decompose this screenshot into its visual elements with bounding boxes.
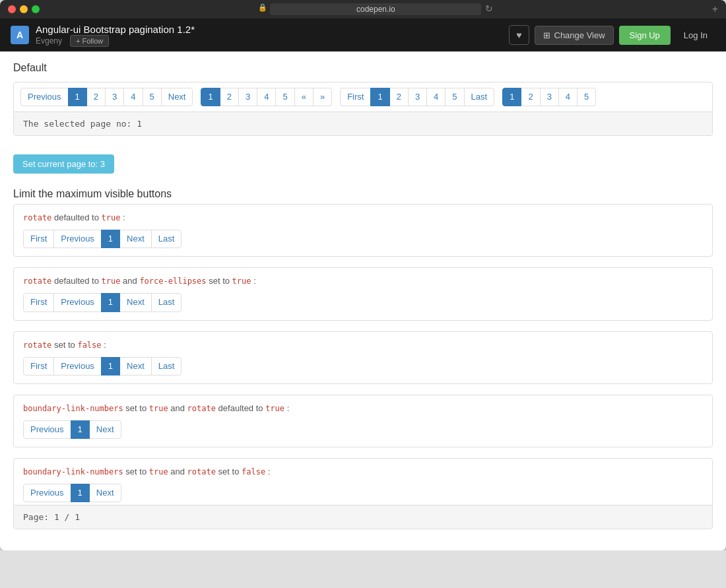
true-code-2a: true — [102, 277, 121, 286]
last-limit-2[interactable]: Last — [151, 293, 182, 311]
last-button-3[interactable]: Last — [464, 88, 495, 106]
brand-icon: A — [11, 26, 29, 44]
true-code-2b: true — [232, 277, 251, 286]
desc2-text: rotate defaulted to true and force-ellip… — [23, 276, 256, 286]
active-boundary-1[interactable]: 1 — [71, 420, 90, 439]
page-info: Page: 1 / 1 — [14, 505, 712, 529]
maximize-button[interactable] — [32, 5, 40, 13]
true-code-4: true — [149, 404, 168, 413]
page-3-btn-2[interactable]: 3 — [238, 88, 257, 106]
page-2-btn-3[interactable]: 2 — [389, 88, 409, 106]
ellipsis-prev-btn[interactable]: « — [294, 88, 314, 106]
prev-limit-2[interactable]: Previous — [53, 293, 102, 311]
page-4-btn-1[interactable]: 4 — [123, 88, 143, 106]
page-1-btn-2[interactable]: 1 — [201, 88, 220, 106]
new-tab-button[interactable]: + — [712, 3, 718, 15]
selected-page-info: The selected page no: 1 — [14, 112, 712, 135]
url-input[interactable] — [270, 3, 481, 15]
prev-limit-3[interactable]: Previous — [53, 357, 102, 376]
signup-button[interactable]: Sign Up — [619, 26, 671, 45]
page-2-btn-4[interactable]: 2 — [521, 88, 540, 106]
rotate-code-2: rotate — [23, 277, 51, 286]
desc4-set: set to — [125, 403, 148, 413]
true-code-1: true — [102, 213, 121, 222]
last-limit-1[interactable]: Last — [151, 230, 182, 248]
next-limit-2[interactable]: Next — [119, 293, 152, 311]
desc2-set: set to — [209, 276, 232, 286]
navbar-actions: ♥ ⊞ Change View Sign Up Log In — [509, 25, 715, 45]
heart-button[interactable]: ♥ — [509, 25, 529, 45]
set-page-button[interactable]: Set current page to: 3 — [13, 154, 114, 174]
login-button[interactable]: Log In — [676, 26, 715, 45]
prev-boundary-1[interactable]: Previous — [23, 420, 71, 439]
page-3-btn-4[interactable]: 3 — [540, 88, 559, 106]
page-2-btn-1[interactable]: 2 — [86, 88, 106, 106]
page-5-btn-3[interactable]: 5 — [445, 88, 464, 106]
rotate-code-4: rotate — [187, 404, 216, 413]
page-3-btn-3[interactable]: 3 — [408, 88, 427, 106]
next-boundary-2[interactable]: Next — [89, 484, 121, 502]
brand-title: Angular-ui Bootstrap pagination 1.2* — [36, 24, 195, 35]
last-limit-3[interactable]: Last — [151, 357, 182, 376]
page-3-btn-1[interactable]: 3 — [105, 88, 124, 106]
active-limit-3[interactable]: 1 — [101, 357, 120, 376]
boundary-pager-1: Previous 1 Next — [23, 420, 703, 439]
page-1-btn-1[interactable]: 1 — [68, 88, 87, 106]
next-button-1[interactable]: Next — [161, 88, 193, 106]
prev-limit-1[interactable]: Previous — [53, 230, 102, 248]
rotate-code-1: rotate — [23, 213, 51, 222]
page-1-btn-4[interactable]: 1 — [502, 88, 521, 106]
limit-pager-2: First Previous 1 Next Last — [23, 293, 703, 311]
boundary-code-2: boundary-link-numbers — [23, 467, 123, 476]
desc5-set2: set to — [218, 467, 242, 476]
page-5-btn-2[interactable]: 5 — [275, 88, 294, 106]
browser-window: 🔒 ↻ + A Angular-ui Bootstrap pagination … — [0, 0, 726, 550]
change-view-button[interactable]: ⊞ Change View — [535, 26, 614, 45]
desc3-text: rotate set to false : — [23, 340, 106, 350]
limit-pager-1: First Previous 1 Next Last — [23, 230, 703, 248]
page-5-btn-1[interactable]: 5 — [143, 88, 162, 106]
desc4-colon: : — [287, 403, 290, 413]
boundary-pager-2: Previous 1 Next — [23, 484, 703, 502]
default-title: Default — [13, 62, 713, 74]
page-4-btn-2[interactable]: 4 — [257, 88, 276, 106]
desc4-text: boundary-link-numbers set to true and ro… — [23, 403, 289, 413]
desc5-colon: : — [268, 467, 271, 476]
active-limit-1[interactable]: 1 — [101, 230, 120, 248]
pagination-3: First 1 2 3 4 5 Last — [340, 88, 494, 106]
minimize-button[interactable] — [20, 5, 28, 13]
traffic-lights — [8, 5, 40, 13]
first-limit-1[interactable]: First — [23, 230, 54, 248]
prev-button-1[interactable]: Previous — [20, 88, 69, 106]
page-2-btn-2[interactable]: 2 — [220, 88, 239, 106]
page-5-btn-4[interactable]: 5 — [577, 88, 596, 106]
desc5-text: boundary-link-numbers set to true and ro… — [23, 467, 270, 476]
desc4-defaulted: defaulted to — [218, 403, 266, 413]
close-button[interactable] — [8, 5, 16, 13]
first-limit-3[interactable]: First — [23, 357, 54, 376]
next-boundary-1[interactable]: Next — [89, 420, 121, 439]
active-boundary-2[interactable]: 1 — [71, 484, 90, 502]
navbar: A Angular-ui Bootstrap pagination 1.2* E… — [0, 18, 726, 51]
prev-boundary-2[interactable]: Previous — [23, 484, 71, 502]
page-4-btn-4[interactable]: 4 — [558, 88, 578, 106]
follow-button[interactable]: + Follow — [70, 35, 109, 47]
pagination-4: 1 2 3 4 5 — [502, 88, 596, 106]
false-code-3: false — [77, 341, 101, 350]
reload-icon[interactable]: ↻ — [485, 3, 493, 15]
main-content: Default Previous 1 2 3 4 5 Next 1 2 — [0, 51, 726, 550]
boundary-section-1: boundary-link-numbers set to true and ro… — [13, 395, 713, 447]
page-4-btn-3[interactable]: 4 — [426, 88, 446, 106]
brand: A Angular-ui Bootstrap pagination 1.2* E… — [11, 24, 195, 47]
next-limit-3[interactable]: Next — [119, 357, 152, 376]
rotate-code-3: rotate — [23, 341, 51, 350]
title-bar: 🔒 ↻ + — [0, 0, 726, 18]
page-1-btn-3[interactable]: 1 — [370, 88, 389, 106]
active-limit-2[interactable]: 1 — [101, 293, 120, 311]
first-limit-2[interactable]: First — [23, 293, 54, 311]
next-limit-1[interactable]: Next — [119, 230, 152, 248]
first-button-3[interactable]: First — [340, 88, 371, 106]
desc5-and: and — [170, 467, 187, 476]
desc1-text: rotate defaulted to true : — [23, 212, 125, 222]
ellipsis-next-btn[interactable]: » — [313, 88, 332, 106]
